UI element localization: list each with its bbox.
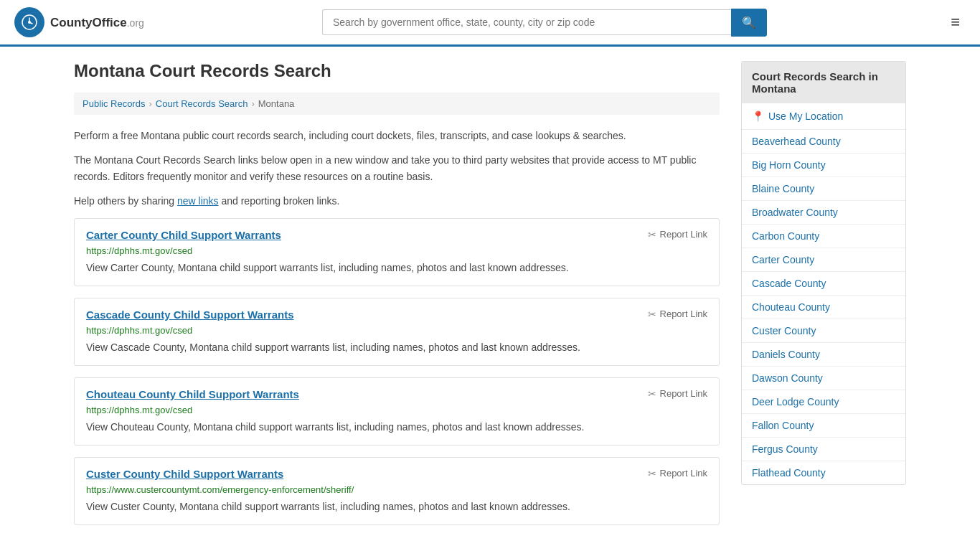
report-icon: ✂ [648,388,656,400]
result-card: Chouteau County Child Support Warrants ✂… [74,377,720,446]
report-icon: ✂ [648,309,656,320]
county-link[interactable]: Custer County [742,319,905,342]
menu-button[interactable]: ≡ [945,10,966,34]
county-link[interactable]: Fergus County [742,438,905,461]
report-link-label: Report Link [660,388,707,399]
description-1: Perform a free Montana public court reco… [74,128,720,143]
report-link-button[interactable]: ✂ Report Link [648,388,707,400]
breadcrumb-court-records[interactable]: Court Records Search [156,98,248,109]
county-list: Beaverhead CountyBig Horn CountyBlaine C… [742,130,905,484]
sidebar-box: Court Records Search in Montana 📍 Use My… [741,61,906,485]
search-area: 🔍 [322,9,767,37]
county-link[interactable]: Carbon County [742,225,905,248]
list-item: Blaine County [742,177,905,201]
report-link-label: Report Link [660,468,707,479]
county-link[interactable]: Cascade County [742,272,905,295]
county-link[interactable]: Big Horn County [742,154,905,176]
result-url[interactable]: https://dphhs.mt.gov/csed [86,405,707,415]
result-card-header: Cascade County Child Support Warrants ✂ … [86,309,707,321]
county-link[interactable]: Deer Lodge County [742,390,905,413]
report-link-label: Report Link [660,229,707,240]
result-description: View Cascade County, Montana child suppo… [86,340,707,355]
report-icon: ✂ [648,468,656,479]
logo-icon [14,7,44,37]
search-icon: 🔍 [742,17,756,29]
menu-icon: ≡ [951,13,960,31]
sidebar-location: 📍 Use My Location [742,103,905,130]
county-link[interactable]: Carter County [742,248,905,271]
list-item: Daniels County [742,343,905,367]
county-link[interactable]: Broadwater County [742,201,905,224]
header-right: ≡ [945,10,966,34]
results-container: Carter County Child Support Warrants ✂ R… [74,218,720,525]
result-card: Cascade County Child Support Warrants ✂ … [74,298,720,366]
result-card: Carter County Child Support Warrants ✂ R… [74,218,720,286]
search-input[interactable] [322,9,731,35]
list-item: Fergus County [742,438,905,461]
list-item: Big Horn County [742,154,905,177]
result-url[interactable]: https://www.custercountymt.com/emergency… [86,484,707,495]
result-title[interactable]: Carter County Child Support Warrants [86,229,281,241]
result-title[interactable]: Cascade County Child Support Warrants [86,309,293,321]
description-3: Help others by sharing new links and rep… [74,193,720,209]
breadcrumb-public-records[interactable]: Public Records [83,98,145,109]
result-card-header: Custer County Child Support Warrants ✂ R… [86,468,707,480]
result-description: View Custer County, Montana child suppor… [86,499,707,514]
list-item: Carbon County [742,225,905,248]
report-icon: ✂ [648,229,656,240]
county-link[interactable]: Dawson County [742,367,905,390]
report-link-button[interactable]: ✂ Report Link [648,229,707,240]
list-item: Dawson County [742,367,905,390]
report-link-button[interactable]: ✂ Report Link [648,468,707,479]
main-container: Montana Court Records Search Public Reco… [60,47,920,551]
report-link-button[interactable]: ✂ Report Link [648,309,707,320]
breadcrumb-montana: Montana [258,98,295,109]
list-item: Broadwater County [742,201,905,225]
county-link[interactable]: Chouteau County [742,296,905,319]
list-item: Flathead County [742,461,905,484]
sidebar-title: Court Records Search in Montana [742,62,905,103]
result-url[interactable]: https://dphhs.mt.gov/csed [86,325,707,336]
county-link[interactable]: Daniels County [742,343,905,366]
result-title[interactable]: Custer County Child Support Warrants [86,468,283,480]
list-item: Custer County [742,319,905,343]
report-link-label: Report Link [660,309,707,319]
list-item: Chouteau County [742,296,905,319]
logo-area: CountyOffice.org [14,7,144,37]
logo-text[interactable]: CountyOffice.org [50,15,144,30]
result-card-header: Carter County Child Support Warrants ✂ R… [86,229,707,241]
use-my-location-link[interactable]: Use My Location [768,110,843,122]
svg-point-1 [28,21,31,24]
page-title: Montana Court Records Search [74,61,720,81]
result-card: Custer County Child Support Warrants ✂ R… [74,457,720,525]
list-item: Beaverhead County [742,130,905,154]
list-item: Fallon County [742,414,905,438]
list-item: Deer Lodge County [742,390,905,414]
list-item: Cascade County [742,272,905,296]
result-title[interactable]: Chouteau County Child Support Warrants [86,388,299,400]
result-url[interactable]: https://dphhs.mt.gov/csed [86,245,707,256]
result-description: View Carter County, Montana child suppor… [86,260,707,276]
new-links-link[interactable]: new links [177,195,219,207]
search-button[interactable]: 🔍 [731,9,767,37]
site-header: CountyOffice.org 🔍 ≡ [0,0,980,47]
county-link[interactable]: Blaine County [742,177,905,200]
result-card-header: Chouteau County Child Support Warrants ✂… [86,388,707,400]
description-2: The Montana Court Records Search links b… [74,152,720,184]
county-link[interactable]: Flathead County [742,461,905,484]
location-icon: 📍 [752,110,764,122]
breadcrumb: Public Records › Court Records Search › … [74,93,720,115]
county-link[interactable]: Fallon County [742,414,905,437]
result-description: View Chouteau County, Montana child supp… [86,420,707,435]
content-area: Montana Court Records Search Public Reco… [74,61,720,537]
county-link[interactable]: Beaverhead County [742,130,905,153]
sidebar: Court Records Search in Montana 📍 Use My… [741,61,906,537]
list-item: Carter County [742,248,905,272]
